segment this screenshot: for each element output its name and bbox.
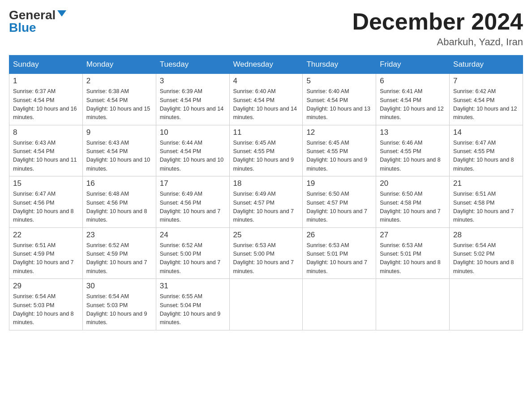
day-info: Sunrise: 6:45 AMSunset: 4:55 PMDaylight:… bbox=[233, 139, 299, 174]
logo: General Blue bbox=[9, 9, 66, 34]
day-number: 5 bbox=[306, 77, 372, 86]
week-row-2: 8 Sunrise: 6:43 AMSunset: 4:54 PMDayligh… bbox=[9, 125, 523, 176]
day-cell: 24 Sunrise: 6:52 AMSunset: 5:00 PMDaylig… bbox=[156, 227, 229, 279]
day-info: Sunrise: 6:38 AMSunset: 4:54 PMDaylight:… bbox=[86, 87, 152, 122]
day-number: 25 bbox=[233, 231, 299, 240]
day-info: Sunrise: 6:52 AMSunset: 4:59 PMDaylight:… bbox=[86, 241, 152, 276]
logo-triangle-icon bbox=[57, 10, 66, 17]
day-number: 20 bbox=[380, 179, 446, 188]
day-info: Sunrise: 6:44 AMSunset: 4:54 PMDaylight:… bbox=[160, 139, 226, 174]
day-number: 24 bbox=[160, 231, 226, 240]
day-number: 8 bbox=[13, 128, 79, 137]
day-cell: 6 Sunrise: 6:41 AMSunset: 4:54 PMDayligh… bbox=[376, 74, 450, 125]
day-cell: 30 Sunrise: 6:54 AMSunset: 5:03 PMDaylig… bbox=[82, 279, 156, 330]
day-info: Sunrise: 6:40 AMSunset: 4:54 PMDaylight:… bbox=[306, 87, 372, 122]
day-cell: 27 Sunrise: 6:53 AMSunset: 5:01 PMDaylig… bbox=[376, 227, 450, 279]
day-info: Sunrise: 6:37 AMSunset: 4:54 PMDaylight:… bbox=[13, 87, 79, 122]
day-info: Sunrise: 6:53 AMSunset: 5:01 PMDaylight:… bbox=[380, 241, 446, 276]
day-number: 10 bbox=[160, 128, 226, 137]
day-cell: 21 Sunrise: 6:51 AMSunset: 4:58 PMDaylig… bbox=[450, 176, 523, 228]
day-info: Sunrise: 6:39 AMSunset: 4:54 PMDaylight:… bbox=[160, 87, 226, 122]
week-row-4: 22 Sunrise: 6:51 AMSunset: 4:59 PMDaylig… bbox=[9, 227, 523, 279]
day-info: Sunrise: 6:54 AMSunset: 5:02 PMDaylight:… bbox=[453, 241, 519, 276]
day-info: Sunrise: 6:50 AMSunset: 4:58 PMDaylight:… bbox=[380, 190, 446, 225]
day-info: Sunrise: 6:43 AMSunset: 4:54 PMDaylight:… bbox=[13, 139, 79, 174]
day-cell: 7 Sunrise: 6:42 AMSunset: 4:54 PMDayligh… bbox=[450, 74, 523, 125]
day-number: 17 bbox=[160, 179, 226, 188]
day-number: 21 bbox=[453, 179, 519, 188]
day-info: Sunrise: 6:53 AMSunset: 5:01 PMDaylight:… bbox=[306, 241, 372, 276]
day-cell: 22 Sunrise: 6:51 AMSunset: 4:59 PMDaylig… bbox=[9, 227, 83, 279]
day-info: Sunrise: 6:51 AMSunset: 4:58 PMDaylight:… bbox=[453, 190, 519, 225]
day-cell: 2 Sunrise: 6:38 AMSunset: 4:54 PMDayligh… bbox=[82, 74, 156, 125]
day-cell: 19 Sunrise: 6:50 AMSunset: 4:57 PMDaylig… bbox=[303, 176, 376, 228]
day-info: Sunrise: 6:43 AMSunset: 4:54 PMDaylight:… bbox=[86, 139, 152, 174]
day-info: Sunrise: 6:49 AMSunset: 4:56 PMDaylight:… bbox=[160, 190, 226, 225]
day-number: 9 bbox=[86, 128, 152, 137]
day-info: Sunrise: 6:53 AMSunset: 5:00 PMDaylight:… bbox=[233, 241, 299, 276]
day-cell: 4 Sunrise: 6:40 AMSunset: 4:54 PMDayligh… bbox=[229, 74, 303, 125]
day-number: 27 bbox=[380, 231, 446, 240]
column-header-sunday: Sunday bbox=[9, 56, 83, 74]
day-info: Sunrise: 6:51 AMSunset: 4:59 PMDaylight:… bbox=[13, 241, 79, 276]
day-info: Sunrise: 6:45 AMSunset: 4:55 PMDaylight:… bbox=[306, 139, 372, 174]
day-info: Sunrise: 6:47 AMSunset: 4:55 PMDaylight:… bbox=[453, 139, 519, 174]
day-number: 12 bbox=[306, 128, 372, 137]
day-number: 16 bbox=[86, 179, 152, 188]
day-cell: 23 Sunrise: 6:52 AMSunset: 4:59 PMDaylig… bbox=[82, 227, 156, 279]
week-row-1: 1 Sunrise: 6:37 AMSunset: 4:54 PMDayligh… bbox=[9, 74, 523, 125]
day-number: 26 bbox=[306, 231, 372, 240]
day-cell: 10 Sunrise: 6:44 AMSunset: 4:54 PMDaylig… bbox=[156, 125, 229, 176]
day-info: Sunrise: 6:40 AMSunset: 4:54 PMDaylight:… bbox=[233, 87, 299, 122]
column-header-saturday: Saturday bbox=[450, 56, 523, 74]
day-number: 1 bbox=[13, 77, 79, 86]
day-cell bbox=[303, 279, 376, 330]
day-cell: 17 Sunrise: 6:49 AMSunset: 4:56 PMDaylig… bbox=[156, 176, 229, 228]
day-cell: 18 Sunrise: 6:49 AMSunset: 4:57 PMDaylig… bbox=[229, 176, 303, 228]
day-number: 31 bbox=[160, 282, 226, 291]
day-number: 30 bbox=[86, 282, 152, 291]
day-cell: 9 Sunrise: 6:43 AMSunset: 4:54 PMDayligh… bbox=[82, 125, 156, 176]
day-number: 29 bbox=[13, 282, 79, 291]
logo-blue-text: Blue bbox=[9, 21, 36, 34]
week-row-3: 15 Sunrise: 6:47 AMSunset: 4:56 PMDaylig… bbox=[9, 176, 523, 228]
column-header-friday: Friday bbox=[376, 56, 450, 74]
day-cell: 16 Sunrise: 6:48 AMSunset: 4:56 PMDaylig… bbox=[82, 176, 156, 228]
day-number: 2 bbox=[86, 77, 152, 86]
column-header-thursday: Thursday bbox=[303, 56, 376, 74]
day-number: 18 bbox=[233, 179, 299, 188]
day-cell bbox=[450, 279, 523, 330]
day-info: Sunrise: 6:52 AMSunset: 5:00 PMDaylight:… bbox=[160, 241, 226, 276]
day-number: 13 bbox=[380, 128, 446, 137]
day-number: 6 bbox=[380, 77, 446, 86]
location-title: Abarkuh, Yazd, Iran bbox=[352, 36, 523, 48]
header-row: SundayMondayTuesdayWednesdayThursdayFrid… bbox=[9, 56, 523, 74]
day-info: Sunrise: 6:55 AMSunset: 5:04 PMDaylight:… bbox=[160, 292, 226, 327]
logo-general-text: General bbox=[9, 9, 56, 21]
day-cell: 8 Sunrise: 6:43 AMSunset: 4:54 PMDayligh… bbox=[9, 125, 83, 176]
calendar-table: SundayMondayTuesdayWednesdayThursdayFrid… bbox=[9, 55, 523, 330]
day-number: 15 bbox=[13, 179, 79, 188]
day-cell: 25 Sunrise: 6:53 AMSunset: 5:00 PMDaylig… bbox=[229, 227, 303, 279]
day-cell: 11 Sunrise: 6:45 AMSunset: 4:55 PMDaylig… bbox=[229, 125, 303, 176]
day-info: Sunrise: 6:47 AMSunset: 4:56 PMDaylight:… bbox=[13, 190, 79, 225]
day-cell: 31 Sunrise: 6:55 AMSunset: 5:04 PMDaylig… bbox=[156, 279, 229, 330]
day-cell bbox=[229, 279, 303, 330]
day-cell: 26 Sunrise: 6:53 AMSunset: 5:01 PMDaylig… bbox=[303, 227, 376, 279]
day-cell: 12 Sunrise: 6:45 AMSunset: 4:55 PMDaylig… bbox=[303, 125, 376, 176]
day-cell: 1 Sunrise: 6:37 AMSunset: 4:54 PMDayligh… bbox=[9, 74, 83, 125]
day-info: Sunrise: 6:50 AMSunset: 4:57 PMDaylight:… bbox=[306, 190, 372, 225]
week-row-5: 29 Sunrise: 6:54 AMSunset: 5:03 PMDaylig… bbox=[9, 279, 523, 330]
day-cell: 5 Sunrise: 6:40 AMSunset: 4:54 PMDayligh… bbox=[303, 74, 376, 125]
day-number: 28 bbox=[453, 231, 519, 240]
day-cell: 20 Sunrise: 6:50 AMSunset: 4:58 PMDaylig… bbox=[376, 176, 450, 228]
day-number: 23 bbox=[86, 231, 152, 240]
day-info: Sunrise: 6:49 AMSunset: 4:57 PMDaylight:… bbox=[233, 190, 299, 225]
day-cell bbox=[376, 279, 450, 330]
day-cell: 14 Sunrise: 6:47 AMSunset: 4:55 PMDaylig… bbox=[450, 125, 523, 176]
day-number: 11 bbox=[233, 128, 299, 137]
day-info: Sunrise: 6:54 AMSunset: 5:03 PMDaylight:… bbox=[86, 292, 152, 327]
day-cell: 28 Sunrise: 6:54 AMSunset: 5:02 PMDaylig… bbox=[450, 227, 523, 279]
day-number: 19 bbox=[306, 179, 372, 188]
day-info: Sunrise: 6:54 AMSunset: 5:03 PMDaylight:… bbox=[13, 292, 79, 327]
